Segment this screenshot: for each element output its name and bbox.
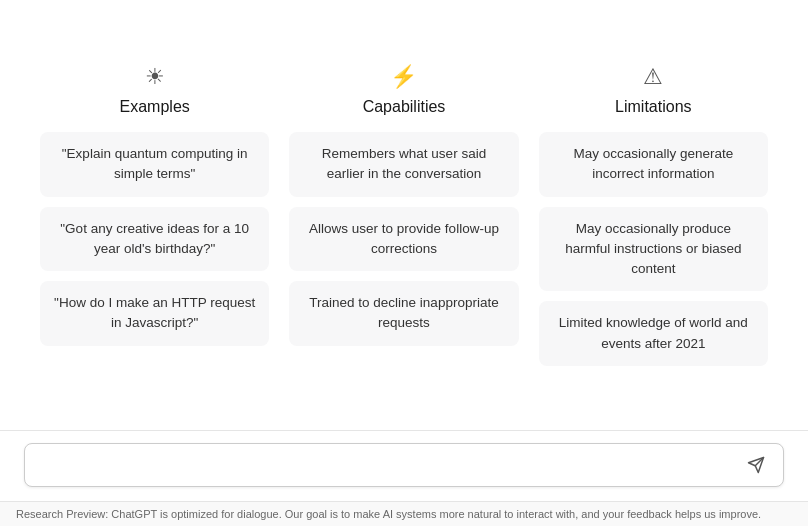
capabilities-icon: ⚡ — [390, 64, 417, 90]
input-wrapper — [24, 443, 784, 487]
capabilities-card-2[interactable]: Trained to decline inappropriate request… — [289, 281, 518, 346]
input-area — [0, 430, 808, 501]
examples-card-1[interactable]: "Got any creative ideas for a 10 year ol… — [40, 207, 269, 272]
limitations-title: Limitations — [615, 98, 691, 116]
examples-header: ☀Examples — [120, 64, 190, 116]
chat-input[interactable] — [39, 457, 743, 474]
capabilities-title: Capabilities — [363, 98, 446, 116]
column-limitations: ⚠LimitationsMay occasionally generate in… — [539, 64, 768, 366]
examples-icon: ☀ — [145, 64, 165, 90]
examples-title: Examples — [120, 98, 190, 116]
limitations-card-1[interactable]: May occasionally produce harmful instruc… — [539, 207, 768, 292]
footer-bar: Research Preview: ChatGPT is optimized f… — [0, 501, 808, 526]
limitations-card-2[interactable]: Limited knowledge of world and events af… — [539, 301, 768, 366]
limitations-card-0[interactable]: May occasionally generate incorrect info… — [539, 132, 768, 197]
examples-card-0[interactable]: "Explain quantum computing in simple ter… — [40, 132, 269, 197]
limitations-header: ⚠Limitations — [615, 64, 691, 116]
examples-card-2[interactable]: "How do I make an HTTP request in Javasc… — [40, 281, 269, 346]
column-capabilities: ⚡CapabilitiesRemembers what user said ea… — [289, 64, 518, 366]
limitations-icon: ⚠ — [643, 64, 663, 90]
column-examples: ☀Examples"Explain quantum computing in s… — [40, 64, 269, 366]
capabilities-card-0[interactable]: Remembers what user said earlier in the … — [289, 132, 518, 197]
capabilities-card-1[interactable]: Allows user to provide follow-up correct… — [289, 207, 518, 272]
send-button[interactable] — [743, 454, 769, 476]
columns-container: ☀Examples"Explain quantum computing in s… — [40, 64, 768, 366]
main-content: ☀Examples"Explain quantum computing in s… — [0, 0, 808, 430]
capabilities-header: ⚡Capabilities — [363, 64, 446, 116]
